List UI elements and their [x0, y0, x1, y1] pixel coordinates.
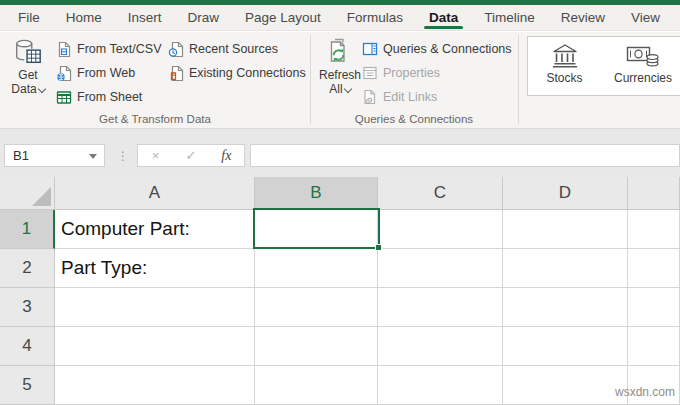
column-header-b-selected[interactable]: B	[255, 177, 378, 210]
queries-column: Queries & Connections Properties Edit Li…	[362, 37, 512, 109]
cell-d2[interactable]	[503, 249, 628, 288]
existing-connections-button[interactable]: Existing Connections	[168, 61, 306, 85]
formula-bar-input[interactable]	[250, 144, 680, 167]
chevron-down-icon	[37, 85, 45, 93]
currencies-label: Currencies	[601, 71, 680, 85]
tab-timeline[interactable]: Timeline	[482, 5, 537, 30]
cell-d4[interactable]	[503, 327, 628, 366]
existing-connections-icon	[168, 65, 184, 82]
group-label-queries: Queries & Connections	[310, 113, 518, 125]
cell-a3[interactable]	[55, 288, 255, 327]
cell-d3[interactable]	[503, 288, 628, 327]
cell-b5[interactable]	[255, 366, 378, 405]
tab-insert[interactable]: Insert	[126, 5, 164, 30]
excel-window: File Home Insert Draw Page Layout Formul…	[0, 0, 680, 405]
properties-icon	[362, 65, 378, 81]
cell-b1-selected[interactable]	[255, 210, 378, 249]
queries-pane-icon	[362, 41, 378, 57]
row-header-3[interactable]: 3	[0, 288, 55, 327]
cell-b3[interactable]	[255, 288, 378, 327]
refresh-all-label: Refresh All	[316, 68, 364, 96]
recent-sources-icon	[168, 41, 184, 58]
tab-home[interactable]: Home	[64, 5, 104, 30]
name-box[interactable]: B1	[4, 144, 105, 167]
database-icon	[13, 37, 43, 67]
column-header-c[interactable]: C	[378, 177, 503, 210]
name-box-value: B1	[13, 148, 29, 163]
cell-b2[interactable]	[255, 249, 378, 288]
data-types-gallery: Stocks Currencies	[527, 36, 680, 96]
chevron-down-icon	[343, 85, 351, 93]
get-transform-column-1: From Text/CSV From Web From Sheet	[56, 37, 162, 109]
cell-c2[interactable]	[378, 249, 503, 288]
cancel-button[interactable]: ×	[138, 145, 173, 166]
worksheet-grid: A B C D 1 Computer Part: 2 Part Type: 3 …	[0, 177, 680, 405]
get-transform-column-2: Recent Sources Existing Connections	[168, 37, 306, 85]
tab-page-layout[interactable]: Page Layout	[243, 5, 323, 30]
ribbon-data-tab-panel: Get Data From Text/CSV	[0, 32, 680, 128]
name-box-dropdown-icon[interactable]	[89, 154, 97, 159]
group-label-get-transform: Get & Transform Data	[0, 113, 310, 125]
row-header-5[interactable]: 5	[0, 366, 55, 405]
recent-sources-button[interactable]: Recent Sources	[168, 37, 278, 61]
tab-file[interactable]: File	[16, 5, 42, 30]
bank-icon	[550, 42, 580, 70]
insert-function-button[interactable]: fx	[209, 145, 244, 166]
tab-data[interactable]: Data	[427, 5, 460, 30]
tab-view[interactable]: View	[629, 5, 662, 30]
cell-b4[interactable]	[255, 327, 378, 366]
select-all-corner[interactable]	[0, 177, 55, 210]
from-text-csv-button[interactable]: From Text/CSV	[56, 37, 162, 61]
banknote-coins-icon	[626, 42, 660, 70]
cell-e1[interactable]	[628, 210, 680, 249]
properties-button[interactable]: Properties	[362, 61, 440, 85]
currencies-button[interactable]: Currencies	[601, 37, 680, 95]
ribbon-group-separator	[518, 35, 519, 124]
refresh-all-icon	[325, 37, 355, 67]
from-web-button[interactable]: From Web	[56, 61, 135, 85]
text-csv-file-icon	[56, 41, 72, 58]
tab-review[interactable]: Review	[559, 5, 607, 30]
formula-bar-resize-dots[interactable]: ⋮	[116, 144, 130, 167]
from-sheet-button[interactable]: From Sheet	[56, 85, 142, 109]
ribbon-tab-bar: File Home Insert Draw Page Layout Formul…	[0, 5, 680, 31]
cell-e2[interactable]	[628, 249, 680, 288]
cell-e3[interactable]	[628, 288, 680, 327]
tab-formulas[interactable]: Formulas	[345, 5, 405, 30]
queries-connections-button[interactable]: Queries & Connections	[362, 37, 512, 61]
row-header-1-selected[interactable]: 1	[0, 210, 55, 249]
formula-button-cluster: × ✓ fx	[137, 144, 245, 167]
cell-d5[interactable]	[503, 366, 628, 405]
refresh-all-button[interactable]: Refresh All	[316, 35, 364, 96]
web-globe-file-icon	[56, 65, 72, 82]
cell-a5[interactable]	[55, 366, 255, 405]
cell-a4[interactable]	[55, 327, 255, 366]
cell-c3[interactable]	[378, 288, 503, 327]
stocks-button[interactable]: Stocks	[528, 37, 601, 95]
edit-links-icon	[362, 89, 378, 105]
worksheet: A B C D 1 Computer Part: 2 Part Type: 3 …	[0, 177, 680, 405]
cell-d1[interactable]	[503, 210, 628, 249]
cell-c1[interactable]	[378, 210, 503, 249]
ribbon-group-separator	[310, 35, 311, 124]
column-header-e-partial[interactable]	[628, 177, 680, 210]
cell-c5[interactable]	[378, 366, 503, 405]
get-data-button[interactable]: Get Data	[4, 35, 52, 96]
tab-draw[interactable]: Draw	[185, 5, 221, 30]
enter-button[interactable]: ✓	[173, 145, 208, 166]
select-all-triangle-icon	[32, 187, 51, 206]
row-header-4[interactable]: 4	[0, 327, 55, 366]
row-header-2[interactable]: 2	[0, 249, 55, 288]
column-header-a[interactable]: A	[55, 177, 255, 210]
edit-links-button[interactable]: Edit Links	[362, 85, 437, 109]
cell-e4[interactable]	[628, 327, 680, 366]
sheet-grid-icon	[56, 89, 72, 106]
column-header-d[interactable]: D	[503, 177, 628, 210]
cell-a1[interactable]: Computer Part:	[55, 210, 255, 249]
cell-c4[interactable]	[378, 327, 503, 366]
formula-bar-row: B1 ⋮ × ✓ fx	[0, 128, 680, 177]
watermark-text: wsxdn.com	[615, 385, 675, 399]
get-data-label: Get Data	[4, 68, 52, 96]
cell-a2[interactable]: Part Type:	[55, 249, 255, 288]
stocks-label: Stocks	[528, 71, 601, 85]
